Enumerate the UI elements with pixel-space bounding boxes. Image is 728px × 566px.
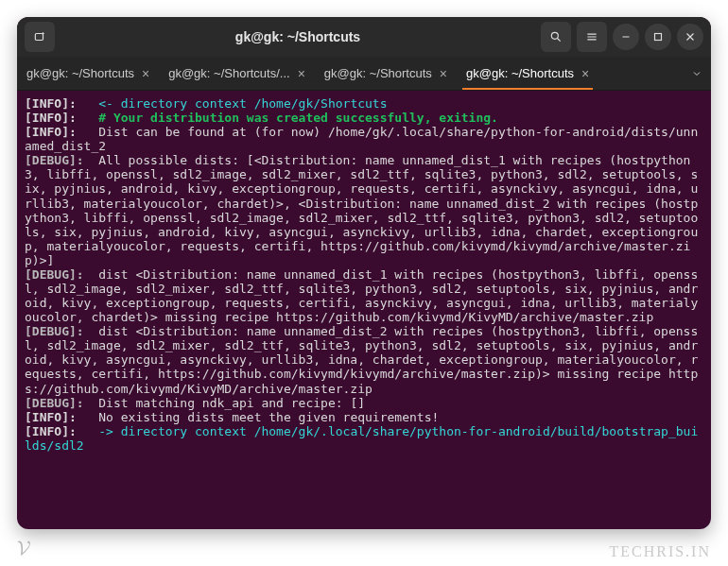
minimize-button[interactable] — [613, 24, 639, 50]
tab-2[interactable]: gk@gk: ~/Shortcuts/... × — [159, 57, 315, 90]
log-tag-info: [INFO]: — [25, 410, 77, 424]
log-tag-debug: [DEBUG]: — [25, 396, 84, 410]
hamburger-icon — [585, 30, 598, 43]
menu-button[interactable] — [577, 22, 607, 52]
tab-3[interactable]: gk@gk: ~/Shortcuts × — [315, 57, 457, 90]
tab-close-icon[interactable]: × — [142, 66, 149, 81]
log-tag-info: [INFO]: — [25, 96, 77, 111]
terminal-window: gk@gk: ~/Shortcuts gk@gk: ~/Shortcuts × — [17, 17, 711, 529]
tab-label: gk@gk: ~/Shortcuts/... — [168, 66, 289, 80]
tab-dropdown-button[interactable] — [683, 57, 711, 90]
log-body: dist <Distribution: name unnamed_dist_2 … — [25, 324, 698, 395]
log-body: All possible dists: [<Distribution: name… — [25, 153, 698, 267]
tab-close-icon[interactable]: × — [440, 66, 447, 81]
log-body: Dist matching ndk_api and recipe: [] — [98, 396, 365, 410]
chevron-down-icon — [691, 68, 702, 79]
maximize-icon — [651, 30, 665, 43]
log-line: [DEBUG]: All possible dists: [<Distribut… — [25, 153, 703, 267]
terminal-output[interactable]: [INFO]: <- directory context /home/gk/Sh… — [17, 91, 711, 529]
log-tag-info: [INFO]: — [25, 111, 77, 125]
watermark-caret: 𝓥 — [17, 536, 29, 560]
new-tab-button[interactable] — [25, 22, 55, 52]
log-line: [INFO]: -> directory context /home/gk/.l… — [25, 424, 703, 453]
log-tag-debug: [DEBUG]: — [25, 324, 84, 338]
log-body: -> directory context /home/gk/.local/sha… — [25, 424, 698, 453]
watermark-text: TECHRIS.IN — [609, 543, 711, 560]
close-icon — [684, 30, 697, 43]
new-tab-icon — [33, 30, 46, 43]
log-body: <- directory context /home/gk/Shortcuts — [98, 96, 387, 111]
tab-1[interactable]: gk@gk: ~/Shortcuts × — [17, 57, 159, 90]
log-body: dist <Distribution: name unnamed_dist_1 … — [25, 267, 698, 324]
svg-point-1 — [551, 32, 558, 39]
tabbar: gk@gk: ~/Shortcuts × gk@gk: ~/Shortcuts/… — [17, 57, 711, 91]
tab-label: gk@gk: ~/Shortcuts — [324, 66, 432, 80]
log-tag-info: [INFO]: — [25, 125, 77, 139]
search-button[interactable] — [541, 22, 571, 52]
tab-label: gk@gk: ~/Shortcuts — [466, 66, 574, 80]
tab-close-icon[interactable]: × — [298, 66, 305, 81]
log-body: # Your distribution was created successf… — [98, 111, 498, 125]
svg-rect-0 — [35, 34, 43, 41]
log-tag-debug: [DEBUG]: — [25, 153, 84, 167]
titlebar: gk@gk: ~/Shortcuts — [17, 17, 711, 57]
svg-rect-2 — [655, 34, 662, 41]
close-button[interactable] — [677, 24, 703, 50]
log-body: No existing dists meet the given require… — [98, 410, 439, 424]
tab-label: gk@gk: ~/Shortcuts — [26, 66, 134, 80]
log-line: [DEBUG]: Dist matching ndk_api and recip… — [25, 396, 703, 410]
log-line: [INFO]: Dist can be found at (for now) /… — [25, 125, 703, 153]
log-line: [DEBUG]: dist <Distribution: name unname… — [25, 324, 703, 395]
tab-close-icon[interactable]: × — [581, 66, 589, 81]
minimize-icon — [619, 30, 633, 43]
tab-4[interactable]: gk@gk: ~/Shortcuts × — [457, 57, 598, 90]
log-tag-info: [INFO]: — [25, 424, 77, 438]
window-title: gk@gk: ~/Shortcuts — [55, 29, 541, 44]
maximize-button[interactable] — [645, 24, 671, 50]
search-icon — [549, 30, 563, 43]
log-line: [INFO]: No existing dists meet the given… — [25, 410, 703, 424]
log-line: [INFO]: # Your distribution was created … — [25, 111, 703, 125]
log-line: [DEBUG]: dist <Distribution: name unname… — [25, 267, 703, 324]
log-line: [INFO]: <- directory context /home/gk/Sh… — [25, 96, 703, 111]
log-tag-debug: [DEBUG]: — [25, 267, 84, 282]
log-body: Dist can be found at (for now) /home/gk/… — [25, 125, 698, 153]
